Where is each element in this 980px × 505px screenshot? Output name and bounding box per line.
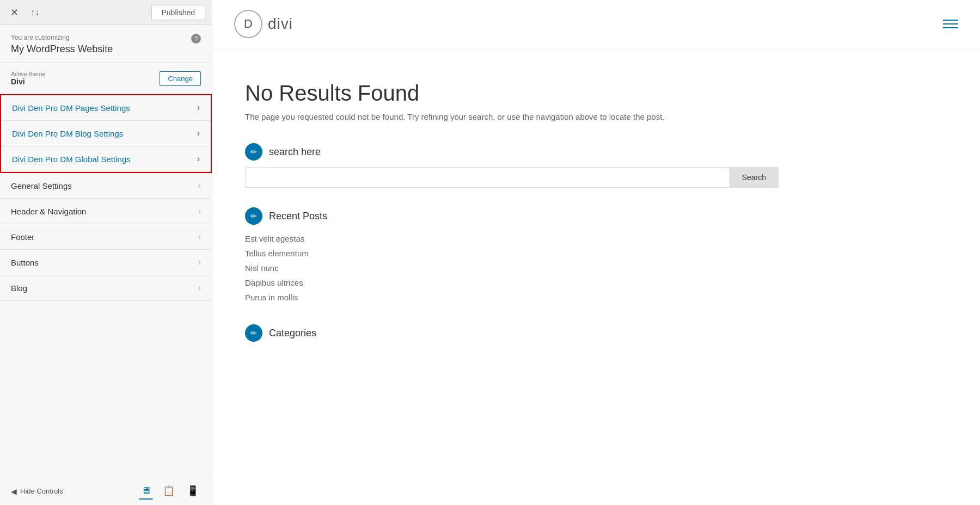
customizing-section: You are customizing ? My WordPress Websi… — [0, 25, 212, 63]
desktop-icon[interactable]: 🖥 — [139, 483, 153, 500]
header-navigation-label: Header & Navigation — [11, 207, 86, 216]
list-item: Est velit egestas — [245, 231, 779, 246]
search-widget: ✏ search here Search — [245, 143, 779, 188]
recent-post-link-1[interactable]: Est velit egestas — [245, 234, 304, 243]
highlighted-group: Divi Den Pro DM Pages Settings › Divi De… — [0, 94, 212, 173]
chevron-right-icon: › — [198, 232, 201, 242]
top-bar: ✕ ↑↓ Published — [0, 0, 212, 25]
published-button[interactable]: Published — [151, 5, 206, 20]
search-form: Search — [245, 167, 779, 188]
theme-label: Active theme — [11, 71, 160, 77]
close-button[interactable]: ✕ — [7, 5, 22, 20]
menu-list: Divi Den Pro DM Pages Settings › Divi De… — [0, 94, 212, 477]
recent-posts-header: ✏ Recent Posts — [245, 207, 779, 225]
chevron-right-icon: › — [198, 206, 201, 216]
mobile-icon[interactable]: 📱 — [185, 483, 201, 500]
search-button[interactable]: Search — [730, 168, 778, 187]
hamburger-line-1 — [943, 20, 958, 21]
blog-settings-label: Divi Den Pro DM Blog Settings — [12, 129, 123, 138]
no-results-title: No Results Found — [245, 81, 779, 106]
active-theme-section: Active theme Divi Change — [0, 63, 212, 94]
blog-label: Blog — [11, 284, 27, 293]
categories-title: Categories — [269, 328, 316, 339]
main-content: No Results Found The page you requested … — [212, 48, 811, 383]
preview-panel: D divi No Results Found The page you req… — [212, 0, 980, 505]
sidebar-item-footer[interactable]: Footer › — [0, 224, 212, 250]
sidebar-item-buttons[interactable]: Buttons › — [0, 250, 212, 275]
chevron-right-icon: › — [197, 128, 200, 138]
recent-posts-widget: ✏ Recent Posts Est velit egestas Tellus … — [245, 207, 779, 305]
global-settings-label: Divi Den Pro DM Global Settings — [12, 155, 131, 164]
device-icons: 🖥 📋 📱 — [139, 483, 201, 500]
sidebar-item-blog-settings[interactable]: Divi Den Pro DM Blog Settings › — [1, 121, 211, 146]
recent-post-link-4[interactable]: Dapibus ultrices — [245, 278, 303, 287]
sidebar-item-general-settings[interactable]: General Settings › — [0, 173, 212, 199]
no-results-description: The page you requested could not be foun… — [245, 112, 779, 121]
hamburger-menu[interactable] — [943, 20, 958, 28]
categories-widget: ✏ Categories — [245, 324, 779, 342]
hide-controls-label: Hide Controls — [20, 487, 63, 495]
recent-posts-title: Recent Posts — [269, 211, 327, 222]
customizer-panel: ✕ ↑↓ Published You are customizing ? My … — [0, 0, 212, 505]
search-input[interactable] — [246, 168, 730, 187]
categories-header: ✏ Categories — [245, 324, 779, 342]
list-item: Purus in mollis — [245, 290, 779, 305]
list-item: Nisl nunc — [245, 261, 779, 275]
change-theme-button[interactable]: Change — [160, 71, 201, 86]
recent-posts-list: Est velit egestas Tellus elementum Nisl … — [245, 231, 779, 305]
categories-edit-icon[interactable]: ✏ — [245, 324, 262, 342]
theme-info: Active theme Divi — [11, 71, 160, 86]
logo-circle: D — [234, 10, 262, 38]
search-widget-header: ✏ search here — [245, 143, 779, 161]
chevron-right-icon: › — [198, 181, 201, 190]
buttons-label: Buttons — [11, 258, 39, 267]
chevron-right-icon: › — [198, 257, 201, 267]
recent-post-link-5[interactable]: Purus in mollis — [245, 293, 298, 302]
chevron-right-icon: › — [198, 283, 201, 293]
site-logo: D divi — [234, 10, 293, 38]
recent-post-link-2[interactable]: Tellus elementum — [245, 249, 309, 258]
sidebar-item-header-navigation[interactable]: Header & Navigation › — [0, 199, 212, 224]
hide-controls-button[interactable]: ◀ Hide Controls — [11, 487, 63, 496]
sidebar-item-global-settings[interactable]: Divi Den Pro DM Global Settings › — [1, 146, 211, 172]
footer-label: Footer — [11, 232, 34, 242]
hamburger-line-2 — [943, 23, 958, 24]
site-header: D divi — [212, 0, 980, 48]
sidebar-item-blog[interactable]: Blog › — [0, 275, 212, 301]
general-settings-label: General Settings — [11, 181, 72, 190]
search-widget-title: search here — [269, 146, 321, 158]
customizing-label: You are customizing ? — [11, 34, 201, 41]
theme-name: Divi — [11, 77, 160, 86]
logo-text: divi — [268, 15, 293, 33]
list-item: Tellus elementum — [245, 246, 779, 261]
sidebar-item-pages-settings[interactable]: Divi Den Pro DM Pages Settings › — [1, 95, 211, 121]
recent-post-link-3[interactable]: Nisl nunc — [245, 263, 279, 273]
recent-posts-edit-icon[interactable]: ✏ — [245, 207, 262, 225]
arrow-left-icon: ◀ — [11, 487, 17, 496]
tablet-icon[interactable]: 📋 — [161, 483, 177, 500]
bottom-bar: ◀ Hide Controls 🖥 📋 📱 — [0, 477, 212, 505]
help-icon[interactable]: ? — [191, 34, 201, 44]
site-name: My WordPress Website — [11, 44, 201, 55]
sort-button[interactable]: ↑↓ — [27, 5, 42, 20]
pages-settings-label: Divi Den Pro DM Pages Settings — [12, 103, 130, 113]
hamburger-line-3 — [943, 27, 958, 28]
list-item: Dapibus ultrices — [245, 275, 779, 290]
chevron-right-icon: › — [197, 154, 200, 164]
search-edit-icon[interactable]: ✏ — [245, 143, 262, 161]
chevron-right-icon: › — [197, 103, 200, 113]
